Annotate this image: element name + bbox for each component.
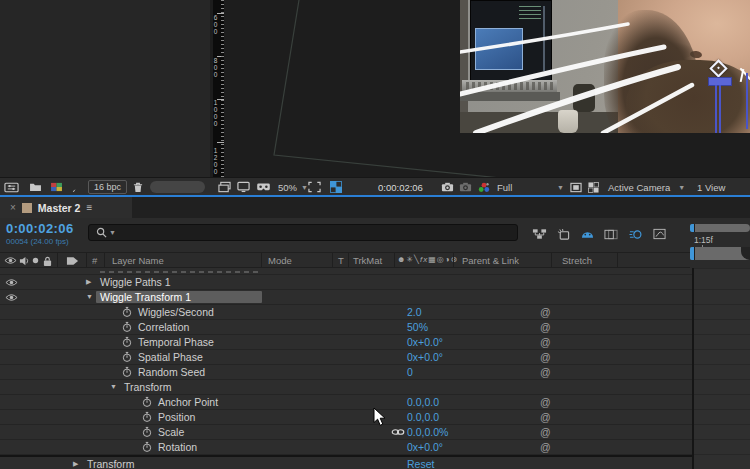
pickwhip-icon[interactable]: @ — [540, 441, 551, 453]
property-value[interactable]: 50% — [407, 321, 428, 333]
motion-blur-icon[interactable] — [626, 226, 644, 242]
column-mode[interactable]: Mode — [268, 255, 292, 266]
row-position[interactable]: Position0.0,0.0@ — [0, 410, 692, 425]
property-label[interactable]: Scale — [158, 426, 184, 438]
label-column-icon[interactable] — [66, 256, 79, 266]
pickwhip-icon[interactable]: @ — [540, 411, 551, 423]
target-region-icon[interactable] — [570, 180, 582, 194]
stopwatch-icon[interactable] — [142, 411, 152, 423]
pickwhip-icon[interactable]: @ — [540, 396, 551, 408]
view-layout-select[interactable]: 1 View — [697, 180, 725, 194]
property-value[interactable]: 0x+0.0° — [407, 351, 443, 363]
vr-icon[interactable] — [256, 180, 271, 194]
property-label[interactable]: Wiggle Transform 1 — [96, 291, 262, 303]
column-layer-name[interactable]: Layer Name — [112, 255, 164, 266]
new-composition-icon[interactable] — [50, 180, 63, 194]
eye-toggle-icon[interactable] — [5, 293, 18, 302]
primary-monitor-icon[interactable] — [237, 180, 250, 194]
row-transform[interactable]: ▼Transform — [0, 380, 692, 395]
row-rotation[interactable]: Rotation0x+0.0°@ — [0, 440, 692, 455]
resolution-arrow-icon[interactable]: ▼ — [557, 180, 564, 194]
row-random-seed[interactable]: Random Seed0@ — [0, 365, 692, 380]
timeline-track-area[interactable] — [692, 268, 750, 469]
property-label[interactable]: Random Seed — [138, 366, 205, 378]
property-label[interactable]: Position — [158, 411, 195, 423]
property-label[interactable]: Transform — [87, 458, 134, 469]
column-stretch[interactable]: Stretch — [562, 255, 592, 266]
property-label[interactable]: Rotation — [158, 441, 197, 453]
column-parent-link[interactable]: Parent & Link — [462, 255, 519, 266]
property-label[interactable]: Wiggles/Second — [138, 306, 214, 318]
panel-menu-icon[interactable]: ≡ — [86, 202, 92, 213]
row-wiggle-paths-1[interactable]: ▶Wiggle Paths 1 — [0, 275, 692, 290]
stopwatch-icon[interactable] — [122, 321, 132, 333]
property-label[interactable]: Temporal Phase — [138, 336, 214, 348]
stopwatch-icon[interactable] — [122, 351, 132, 363]
property-value[interactable]: 0 — [407, 366, 413, 378]
stopwatch-icon[interactable] — [122, 366, 132, 378]
snapshot-icon[interactable] — [441, 180, 454, 194]
channels-icon[interactable] — [478, 180, 490, 194]
property-value[interactable]: 0.0,0.0 — [407, 396, 439, 408]
solo-column-icon[interactable] — [31, 256, 40, 265]
row-wiggles-second[interactable]: Wiggles/Second2.0@ — [0, 305, 692, 320]
horizontal-scrollbar[interactable] — [690, 224, 750, 232]
column-trkmat[interactable]: TrkMat — [353, 255, 382, 266]
mini-flowchart-icon[interactable] — [530, 226, 548, 242]
current-time-display[interactable]: 0:00:02:06 — [6, 221, 74, 236]
pickwhip-icon[interactable]: @ — [540, 366, 551, 378]
graph-editor-icon[interactable] — [650, 226, 668, 242]
twirl-down-icon[interactable]: ▼ — [86, 293, 93, 300]
twirl-right-icon[interactable]: ▶ — [86, 278, 91, 286]
property-label[interactable]: Anchor Point — [158, 396, 218, 408]
row-wiggle-transform-1[interactable]: ▼Wiggle Transform 1 — [0, 290, 692, 305]
shy-icon[interactable] — [578, 226, 596, 242]
twirl-down-icon[interactable]: ▼ — [110, 383, 117, 390]
property-label[interactable]: Spatial Phase — [138, 351, 203, 363]
frame-blending-icon[interactable] — [602, 226, 620, 242]
lock-column-icon[interactable] — [43, 256, 52, 267]
panel-divider[interactable] — [0, 195, 750, 197]
column-t[interactable]: T — [338, 255, 344, 266]
row-anchor-point[interactable]: Anchor Point0.0,0.0@ — [0, 395, 692, 410]
always-preview-icon[interactable] — [218, 180, 231, 194]
video-column-icon[interactable] — [4, 256, 17, 265]
zoom-select[interactable]: 50%▼ — [278, 180, 308, 194]
eye-toggle-icon[interactable] — [5, 278, 18, 287]
property-label[interactable]: Transform — [124, 381, 171, 393]
row-scale[interactable]: Scale0.0,0.0%@ — [0, 425, 692, 440]
trash-icon[interactable] — [133, 180, 143, 194]
constrain-proportions-icon[interactable] — [391, 428, 405, 436]
folder-icon[interactable] — [29, 180, 42, 194]
bit-depth-button[interactable]: 16 bpc — [88, 180, 127, 194]
camera-view-select[interactable]: Active Camera▼ — [608, 180, 685, 194]
twirl-right-icon[interactable]: ▶ — [73, 460, 78, 468]
pickwhip-icon[interactable]: @ — [540, 351, 551, 363]
show-snapshot-icon[interactable] — [459, 180, 472, 194]
property-value[interactable]: 0x+0.0° — [407, 336, 443, 348]
region-of-interest-icon[interactable] — [308, 180, 321, 194]
property-value[interactable]: Reset — [407, 458, 434, 469]
property-label[interactable]: Correlation — [138, 321, 189, 333]
stopwatch-icon[interactable] — [122, 306, 132, 318]
draft-3d-icon[interactable] — [554, 226, 572, 242]
close-icon[interactable]: × — [10, 202, 16, 213]
row-transform[interactable]: ▶TransformReset — [0, 455, 692, 469]
property-value[interactable]: 2.0 — [407, 306, 422, 318]
stopwatch-icon[interactable] — [122, 336, 132, 348]
row-correlation[interactable]: Correlation50%@ — [0, 320, 692, 335]
pickwhip-icon[interactable]: @ — [540, 426, 551, 438]
audio-column-icon[interactable] — [19, 256, 30, 266]
stopwatch-icon[interactable] — [142, 396, 152, 408]
composition-viewer[interactable]: 6 0 08 0 01 0 0 01 2 0 0 — [210, 0, 750, 177]
resolution-select[interactable]: Full — [497, 180, 512, 194]
property-label[interactable]: Wiggle Paths 1 — [100, 276, 171, 288]
tab-master-2[interactable]: × Master 2 ≡ — [0, 197, 132, 218]
property-value[interactable]: 0.0,0.0 — [407, 411, 439, 423]
pickwhip-icon[interactable]: @ — [540, 321, 551, 333]
row-temporal-phase[interactable]: Temporal Phase0x+0.0°@ — [0, 335, 692, 350]
interpret-footage-icon[interactable] — [4, 180, 19, 194]
brush-icon[interactable] — [71, 180, 82, 194]
column-number[interactable]: # — [92, 255, 97, 266]
property-value[interactable]: 0x+0.0° — [407, 441, 443, 453]
